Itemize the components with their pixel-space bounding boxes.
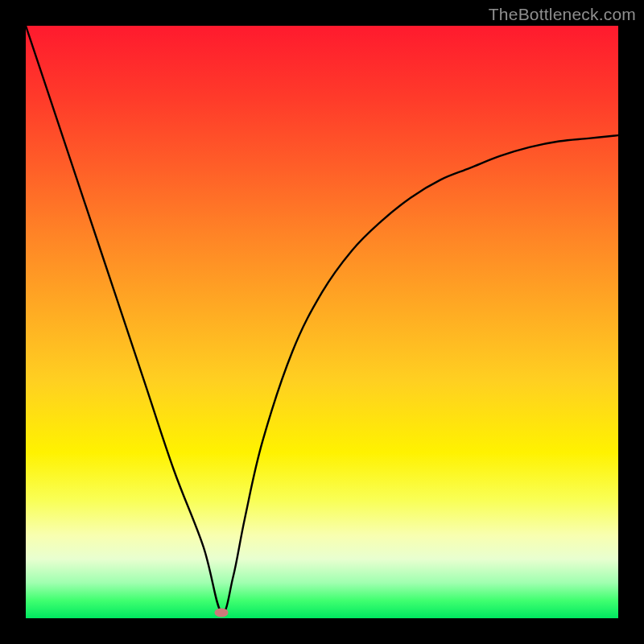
bottleneck-curve-path (26, 26, 618, 613)
chart-frame: TheBottleneck.com (0, 0, 644, 644)
minimum-marker (214, 608, 228, 617)
watermark-text: TheBottleneck.com (489, 5, 636, 24)
plot-area (26, 26, 618, 618)
curve-svg (26, 26, 618, 618)
